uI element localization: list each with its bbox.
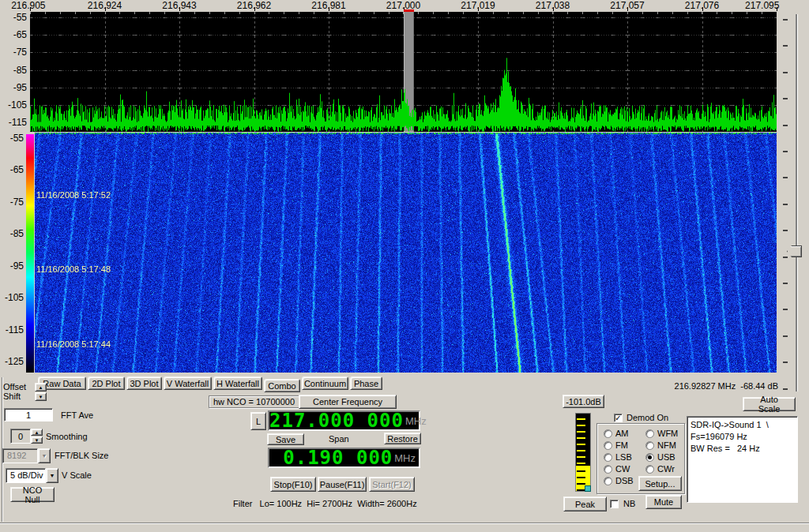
slider-tick: [783, 309, 788, 310]
radio-icon[interactable]: [645, 429, 654, 438]
center-frequency-button[interactable]: Center Frequency: [299, 395, 397, 409]
slider-tick: [783, 151, 788, 152]
checkbox-icon[interactable]: [610, 500, 619, 508]
radio-icon[interactable]: [604, 441, 612, 450]
freq-axis-tick: [105, 7, 106, 11]
slider-tick: [783, 72, 788, 73]
waterfall-timestamp: 11/16/2008 5:17:48: [36, 264, 111, 274]
tab-combo[interactable]: Combo: [264, 379, 300, 392]
restore-button[interactable]: Restore: [384, 433, 421, 444]
tab-continuum[interactable]: Continuum: [302, 377, 348, 390]
spectrum-y-label: -115: [1, 117, 27, 128]
fft-ave-label: FFT Ave: [61, 410, 93, 420]
frequency-display[interactable]: 217.000 000 MHz: [268, 410, 420, 431]
slider-tick: [783, 19, 788, 21]
tab-2d-plot[interactable]: 2D Plot: [88, 377, 125, 390]
mode-radio-fm[interactable]: FM: [604, 440, 628, 450]
spectravue-window: 216.905216.924216.943216.962216.981217.0…: [0, 0, 809, 532]
frequency-unit: MHz: [404, 415, 430, 427]
device-info-line: Fs=196079 Hz: [690, 431, 794, 443]
device-info-box: SDR-IQ->Sound 1 \Fs=196079 HzBW Res = 24…: [687, 416, 798, 503]
fft-blk-size-value: 8192: [2, 448, 38, 463]
radio-icon[interactable]: [645, 453, 654, 462]
mode-radio-dsb[interactable]: DSB: [604, 476, 634, 485]
mode-radio-lsb[interactable]: LSB: [604, 452, 632, 462]
nco-null-button[interactable]: NCO Null: [10, 487, 55, 502]
offset-label: Offset: [3, 382, 26, 392]
auto-scale-button[interactable]: Auto Scale: [743, 397, 796, 411]
chevron-down-icon[interactable]: ▼: [46, 468, 58, 483]
waterfall-y-label: -65: [0, 164, 24, 175]
radio-icon[interactable]: [604, 429, 612, 438]
slider-tick: [783, 204, 788, 205]
radio-icon[interactable]: [604, 465, 612, 474]
v-scale-select[interactable]: 5 dB/Div ▼: [6, 468, 58, 483]
squelch-marker[interactable]: [585, 485, 591, 492]
mode-radio-am[interactable]: AM: [604, 429, 629, 438]
tab-v-waterfall[interactable]: V Waterfall: [164, 377, 212, 390]
smoothing-up-button[interactable]: ▲: [31, 429, 43, 436]
spectrum-plot-canvas[interactable]: [30, 12, 777, 132]
tab-phase[interactable]: Phase: [350, 377, 382, 390]
device-info-line: BW Res = 24 Hz: [690, 443, 794, 455]
span-display[interactable]: 0.190 000 MHz: [268, 448, 420, 468]
spectrum-y-label: -65: [1, 29, 27, 40]
offset-spin-button[interactable]: ▲: [35, 383, 47, 392]
freq-axis-tick: [553, 7, 554, 11]
radio-icon[interactable]: [645, 465, 654, 474]
smoothing-down-button[interactable]: ▼: [31, 436, 43, 444]
nb-label: NB: [623, 499, 635, 508]
stop-button[interactable]: Stop(F10): [270, 477, 316, 492]
shift-spin-button[interactable]: ▼: [35, 392, 47, 401]
frequency-lock-button[interactable]: L: [250, 412, 266, 430]
radio-icon[interactable]: [645, 441, 654, 450]
radio-icon[interactable]: [604, 477, 612, 485]
device-info-lines: SDR-IQ->Sound 1 \Fs=196079 HzBW Res = 24…: [690, 419, 794, 455]
pause-button[interactable]: Pause(F11): [318, 477, 367, 492]
slider-tick: [783, 257, 788, 258]
divider: [0, 523, 809, 523]
save-button[interactable]: Save: [267, 433, 304, 445]
tab-h-waterfall[interactable]: H Waterfall: [213, 377, 262, 390]
slider-tick: [783, 98, 788, 99]
slider-tick: [783, 362, 788, 363]
device-info-line: SDR-IQ->Sound 1 \: [690, 419, 794, 431]
tab-3d-plot[interactable]: 3D Plot: [126, 377, 162, 390]
mode-label: CW: [615, 464, 630, 474]
mode-radio-cwr[interactable]: CWr: [645, 464, 675, 474]
waterfall-canvas[interactable]: [35, 133, 777, 373]
waterfall-colorbar: [26, 134, 34, 373]
fft-blk-size-label: FFT/BLK Size: [55, 451, 108, 460]
smoothing-input[interactable]: 0: [10, 429, 31, 444]
mute-button[interactable]: Mute: [645, 495, 682, 509]
span-value: 0.190 000: [269, 447, 393, 469]
checkbox-icon[interactable]: ✓: [614, 414, 623, 422]
v-scale-label: V Scale: [62, 470, 92, 480]
peak-button[interactable]: Peak: [563, 496, 607, 511]
waterfall-y-label: -75: [0, 197, 24, 208]
spectrum-y-label: -55: [1, 12, 27, 23]
mode-label: FM: [615, 440, 628, 450]
waterfall-y-label: -115: [0, 324, 24, 335]
radio-icon[interactable]: [604, 453, 612, 462]
freq-axis-tick: [179, 7, 180, 11]
waterfall-y-label: -85: [0, 228, 24, 239]
vertical-slider-track[interactable]: [796, 14, 797, 392]
mode-label: DSB: [615, 476, 634, 485]
v-scale-value: 5 dB/Div: [6, 468, 46, 483]
vertical-slider-thumb[interactable]: [787, 245, 802, 257]
spectrum-y-label: -75: [1, 47, 27, 58]
shift-label: Shift: [3, 392, 21, 401]
mode-radio-usb[interactable]: USB: [645, 452, 675, 462]
nb-checkbox[interactable]: NB: [610, 499, 635, 508]
mode-radio-wfm[interactable]: WFM: [645, 429, 678, 438]
setup-button[interactable]: Setup...: [638, 476, 682, 491]
demod-on-checkbox[interactable]: ✓ Demod On: [614, 413, 668, 422]
mode-radio-nfm[interactable]: NFM: [645, 440, 676, 450]
slider-tick: [783, 45, 788, 47]
fft-ave-input[interactable]: 1: [4, 408, 53, 421]
mode-radio-cw[interactable]: CW: [604, 464, 630, 474]
waterfall-y-label: -125: [0, 356, 24, 367]
signal-meter-ticks-dark: [577, 414, 585, 466]
audio-level-button[interactable]: -101.0dB: [563, 395, 604, 408]
